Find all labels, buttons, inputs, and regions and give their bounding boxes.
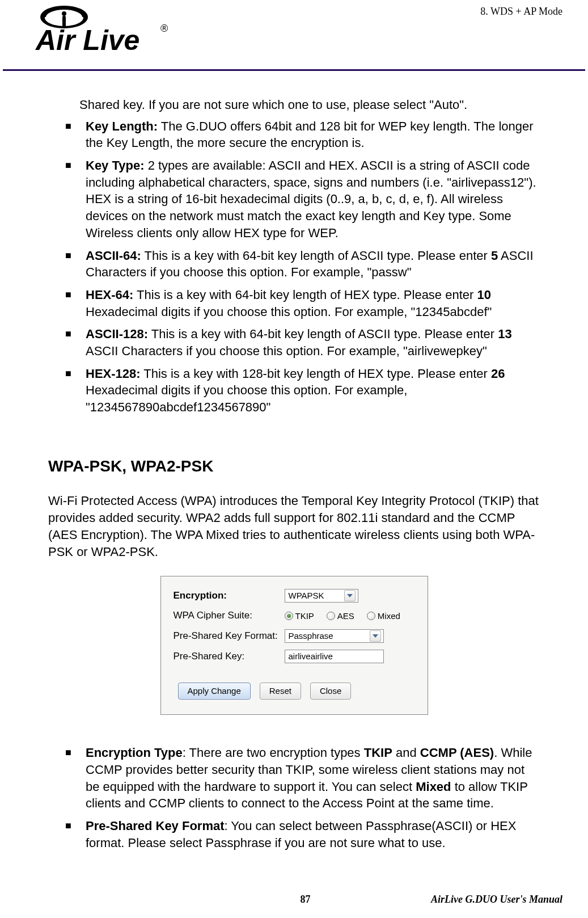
key-format-label: Pre-Shared Key Format:	[174, 630, 285, 643]
param-value: 10	[477, 288, 490, 302]
param-name: Key Length:	[86, 119, 158, 133]
cipher-label: WPA Cipher Suite:	[174, 609, 285, 622]
close-button[interactable]: Close	[310, 683, 351, 700]
chapter-label: 8. WDS + AP Mode	[480, 6, 562, 18]
param-desc: Hexadecimal digits if you choose this op…	[86, 305, 492, 319]
radio-label: AES	[337, 610, 354, 622]
list-item: HEX-128: This is a key with 128-bit key …	[65, 365, 540, 422]
svg-text:®: ®	[160, 23, 168, 34]
param-value: CCMP (AES)	[420, 746, 494, 760]
preshared-key-label: Pre-Shared Key:	[174, 650, 285, 663]
list-item: ASCII-64: This is a key with 64-bit key …	[65, 247, 540, 287]
cipher-radio-aes[interactable]: AES	[327, 610, 354, 622]
param-desc: 2 types are available: ASCII and HEX. AS…	[86, 158, 536, 240]
param-desc: This is a key with 64-bit key length of …	[148, 327, 498, 341]
chevron-down-icon	[370, 630, 381, 642]
radio-icon	[285, 612, 293, 620]
param-desc: Hexadecimal digits if you choose this op…	[86, 383, 407, 414]
wpa-config-panel: Encryption: WPAPSK WPA Cipher Suite:	[160, 576, 428, 715]
radio-icon	[327, 612, 335, 620]
param-desc: This is a key with 128-bit key length of…	[141, 367, 491, 381]
intro-text: Shared key. If you are not sure which on…	[79, 96, 540, 113]
list-item: HEX-64: This is a key with 64-bit key le…	[65, 287, 540, 326]
list-item: ASCII-128: This is a key with 64-bit key…	[65, 326, 540, 365]
key-format-select[interactable]: Passphrase	[285, 629, 384, 643]
list-item: Key Length: The G.DUO offers 64bit and 1…	[65, 118, 540, 157]
reset-button[interactable]: Reset	[260, 683, 301, 700]
brand-logo: Air Live ®	[31, 3, 184, 57]
wep-params-list: Key Length: The G.DUO offers 64bit and 1…	[48, 118, 540, 422]
page-content: Shared key. If you are not sure which on…	[48, 96, 540, 857]
encryption-select[interactable]: WPAPSK	[285, 589, 358, 603]
radio-label: TKIP	[295, 610, 314, 622]
list-item: Pre-Shared Key Format: You can select be…	[65, 818, 540, 857]
param-name: ASCII-64:	[86, 249, 141, 263]
param-desc: and	[392, 746, 420, 760]
wpa-section-body: Wi-Fi Protected Access (WPA) introduces …	[48, 492, 540, 560]
param-desc: : There are two encryption types	[183, 746, 364, 760]
param-value: TKIP	[364, 746, 392, 760]
radio-label: Mixed	[378, 610, 400, 622]
param-name: Pre-Shared Key Format	[86, 819, 225, 833]
svg-text:Air Live: Air Live	[35, 24, 139, 56]
wpa-section-heading: WPA-PSK, WPA2-PSK	[48, 456, 540, 477]
header-divider	[3, 69, 585, 71]
param-value: 26	[491, 367, 505, 381]
encryption-params-list: Encryption Type: There are two encryptio…	[48, 744, 540, 857]
encryption-label: Encryption:	[174, 589, 285, 603]
apply-change-button[interactable]: Apply Change	[178, 683, 251, 700]
param-desc: ASCII Characters if you choose this opti…	[86, 344, 487, 358]
param-name: HEX-128:	[86, 367, 141, 381]
page-number: 87	[301, 894, 311, 906]
preshared-key-value: airliveairlive	[289, 651, 333, 662]
cipher-radio-tkip[interactable]: TKIP	[285, 610, 314, 622]
param-desc: This is a key with 64-bit key length of …	[133, 288, 477, 302]
param-name: Key Type:	[86, 158, 145, 172]
chevron-down-icon	[344, 590, 356, 601]
preshared-key-input[interactable]: airliveairlive	[285, 650, 384, 663]
param-desc: This is a key with 64-bit key length of …	[141, 249, 491, 263]
page-footer: 87 AirLive G.DUO User's Manual	[48, 894, 562, 906]
param-name: ASCII-128:	[86, 327, 148, 341]
param-name: Encryption Type	[86, 746, 183, 760]
cipher-radio-mixed[interactable]: Mixed	[367, 610, 400, 622]
param-value: 5	[491, 249, 498, 263]
param-name: HEX-64:	[86, 288, 133, 302]
key-format-value: Passphrase	[289, 630, 333, 642]
param-value: 13	[498, 327, 511, 341]
page-header: 8. WDS + AP Mode Air Live ®	[48, 6, 540, 74]
manual-title: AirLive G.DUO User's Manual	[431, 894, 562, 906]
list-item: Key Type: 2 types are available: ASCII a…	[65, 157, 540, 247]
cipher-radio-group: TKIP AES Mixed	[285, 610, 415, 622]
list-item: Encryption Type: There are two encryptio…	[65, 744, 540, 818]
svg-point-1	[62, 11, 66, 16]
radio-icon	[367, 612, 375, 620]
param-value: Mixed	[416, 780, 451, 794]
encryption-value: WPAPSK	[289, 590, 324, 601]
